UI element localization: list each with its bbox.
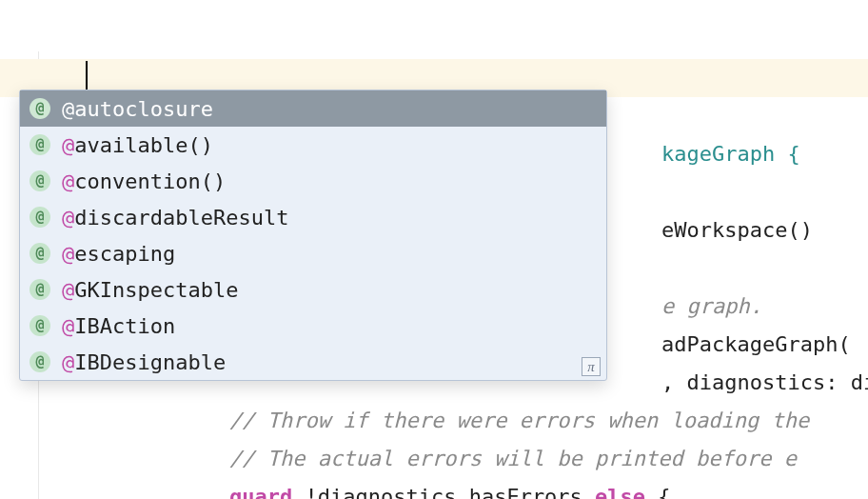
autocomplete-item[interactable]: @@autoclosure xyxy=(20,90,606,127)
attribute-icon: @ xyxy=(30,243,50,264)
autocomplete-item[interactable]: @@escaping xyxy=(20,235,606,271)
autocomplete-label: convention() xyxy=(74,170,226,193)
attribute-icon: @ xyxy=(30,134,50,155)
autocomplete-label: IBDesignable xyxy=(74,350,226,374)
autocomplete-label: available() xyxy=(74,133,213,157)
autocomplete-at: @ xyxy=(62,170,74,193)
pi-icon[interactable]: π xyxy=(582,357,601,376)
autocomplete-item[interactable]: @@available() xyxy=(20,127,606,163)
autocomplete-label: IBAction xyxy=(74,314,175,338)
autocomplete-item[interactable]: @@discardableResult xyxy=(20,199,606,235)
autocomplete-at: @ xyxy=(62,97,74,121)
autocomplete-popup[interactable]: @@autoclosure@@available()@@convention()… xyxy=(19,90,607,381)
attribute-icon: @ xyxy=(30,279,50,300)
attribute-icon: @ xyxy=(30,207,50,228)
autocomplete-item[interactable]: @@IBDesignable xyxy=(20,344,606,380)
autocomplete-label: autoclosure xyxy=(74,97,213,121)
attribute-icon: @ xyxy=(30,315,50,336)
autocomplete-at: @ xyxy=(62,242,74,266)
attribute-icon: @ xyxy=(30,98,50,119)
autocomplete-item[interactable]: @@GKInspectable xyxy=(20,271,606,308)
autocomplete-label: escaping xyxy=(74,242,175,266)
code-line: guard !diagnostics.hasErrors else { xyxy=(59,440,868,478)
autocomplete-at: @ xyxy=(62,133,74,157)
attribute-icon: @ xyxy=(30,351,50,372)
text-caret xyxy=(86,61,88,90)
code-line: // The actual errors will be printed bef… xyxy=(59,402,868,440)
autocomplete-label: discardableResult xyxy=(74,206,288,230)
autocomplete-at: @ xyxy=(62,314,74,338)
autocomplete-item[interactable]: @@IBAction xyxy=(20,308,606,344)
attribute-icon: @ xyxy=(30,170,50,191)
autocomplete-at: @ xyxy=(62,350,74,374)
autocomplete-label: GKInspectable xyxy=(74,278,238,302)
code-line: /// Fetch and load the complete package … xyxy=(59,21,868,59)
code-line: try buildManifestRegenerationToken().set… xyxy=(59,478,868,499)
autocomplete-item[interactable]: @@convention() xyxy=(20,163,606,199)
autocomplete-at: @ xyxy=(62,206,74,230)
autocomplete-at: @ xyxy=(62,278,74,302)
